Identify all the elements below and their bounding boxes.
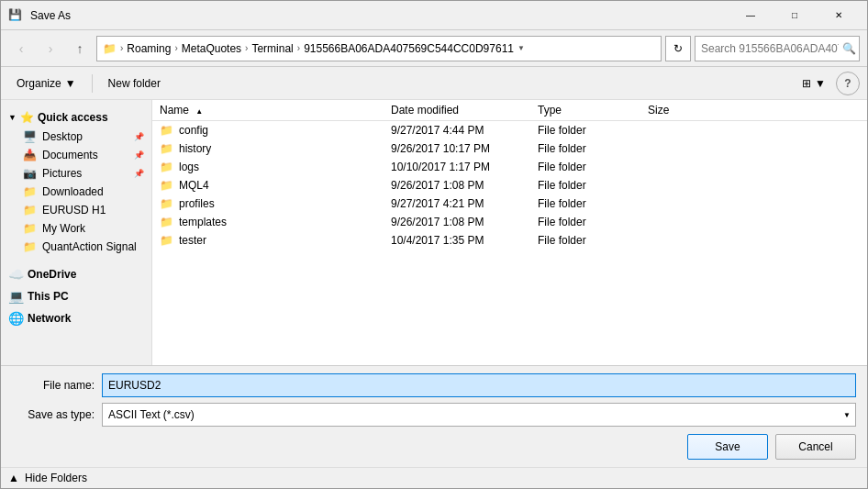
window-icon: 💾 (8, 8, 23, 23)
pin-icon-docs: 📌 (134, 150, 144, 160)
file-name-logs: 📁 logs (152, 161, 391, 173)
folder-icon-logs: 📁 (160, 161, 173, 173)
sidebar-onedrive[interactable]: ☁️ OneDrive (1, 263, 151, 285)
window-title: Save As (30, 9, 71, 22)
sidebar-quick-access-header[interactable]: ▼ ⭐ Quick access (1, 107, 151, 128)
breadcrumb-item: 📁 (103, 42, 117, 55)
folder-icon-profiles: 📁 (160, 197, 173, 210)
pin-icon-pics: 📌 (134, 169, 144, 178)
views-dropdown-icon: ▼ (815, 77, 826, 90)
cancel-button[interactable]: Cancel (775, 434, 856, 460)
folder-icon-history: 📁 (160, 142, 173, 155)
search-icon: 🔍 (842, 42, 856, 55)
search-box[interactable]: 🔍 (695, 36, 860, 61)
sidebar-item-eurusd[interactable]: 📁 EURUSD H1 (1, 201, 151, 219)
sidebar-documents-label: Documents (42, 149, 98, 161)
help-button[interactable]: ? (836, 72, 860, 95)
breadcrumb[interactable]: 📁 › Roaming › MetaQuotes › Terminal › 91… (96, 36, 662, 61)
table-row[interactable]: 📁 MQL4 9/26/2017 1:08 PM File folder (152, 176, 867, 194)
minimize-button[interactable]: — (729, 1, 772, 30)
file-name-profiles: 📁 profiles (152, 197, 391, 210)
file-name-history: 📁 history (152, 142, 391, 155)
up-button[interactable]: ↑ (67, 36, 93, 61)
sidebar-network[interactable]: 🌐 Network (1, 307, 151, 329)
sidebar: ▼ ⭐ Quick access 🖥️ Desktop 📌 📥 Document… (1, 100, 152, 365)
column-type[interactable]: Type (538, 104, 648, 117)
forward-button[interactable]: › (38, 36, 63, 61)
file-name-templates: 📁 templates (152, 216, 391, 228)
file-list: Name ▲ Date modified Type Size 📁 config (152, 100, 867, 365)
sidebar-pictures-label: Pictures (42, 167, 82, 180)
title-bar: 💾 Save As — □ ✕ (1, 1, 867, 30)
onedrive-icon: ☁️ (8, 267, 24, 282)
column-name[interactable]: Name ▲ (152, 104, 391, 117)
folder-icon-mql4: 📁 (160, 179, 173, 192)
sidebar-desktop-label: Desktop (42, 130, 83, 143)
thispc-label: This PC (28, 290, 69, 303)
breadcrumb-dropdown-arrow[interactable]: ▼ (517, 44, 525, 52)
column-date[interactable]: Date modified (391, 104, 538, 117)
close-button[interactable]: ✕ (818, 1, 860, 30)
folder-icon-templates: 📁 (160, 216, 173, 228)
breadcrumb-roaming[interactable]: Roaming (127, 42, 171, 55)
refresh-button[interactable]: ↻ (665, 36, 691, 61)
thispc-icon: 💻 (8, 289, 24, 304)
sidebar-eurusd-label: EURUSD H1 (42, 204, 106, 217)
table-row[interactable]: 📁 config 9/27/2017 4:44 PM File folder (152, 121, 867, 139)
sidebar-downloaded-label: Downloaded (42, 185, 104, 198)
breadcrumb-metaquotes[interactable]: MetaQuotes (182, 42, 241, 55)
back-button[interactable]: ‹ (8, 36, 34, 61)
quick-access-collapse-icon: ▼ (8, 113, 17, 122)
save-button[interactable]: Save (687, 434, 768, 460)
breadcrumb-terminal[interactable]: Terminal (251, 42, 293, 55)
views-icon: ⊞ (802, 77, 811, 90)
search-input[interactable] (701, 42, 839, 55)
table-row[interactable]: 📁 tester 10/4/2017 1:35 PM File folder (152, 231, 867, 250)
organize-dropdown-icon: ▼ (65, 77, 76, 90)
sidebar-item-mywork[interactable]: 📁 My Work (1, 219, 151, 238)
hide-folders-collapse-icon: ▲ (8, 472, 19, 484)
sidebar-item-documents[interactable]: 📥 Documents 📌 (1, 146, 151, 164)
hide-folders-label: Hide Folders (25, 472, 87, 484)
table-row[interactable]: 📁 logs 10/10/2017 1:17 PM File folder (152, 158, 867, 176)
table-row[interactable]: 📁 templates 9/26/2017 1:08 PM File folde… (152, 213, 867, 231)
folder-icon-tester: 📁 (160, 234, 173, 247)
folder-icon-config: 📁 (160, 124, 173, 137)
column-size[interactable]: Size (648, 104, 721, 117)
savetype-row: Save as type: ASCII Text (*.csv) ▼ (12, 403, 856, 427)
sidebar-quantaction-label: QuantAction Signal (42, 240, 137, 253)
table-row[interactable]: 📁 profiles 9/27/2017 4:21 PM File folder (152, 194, 867, 213)
eurusd-folder-icon: 📁 (23, 204, 37, 217)
file-name-tester: 📁 tester (152, 234, 391, 247)
address-bar: ‹ › ↑ 📁 › Roaming › MetaQuotes › Termina… (1, 30, 867, 67)
title-controls: — □ ✕ (729, 1, 860, 30)
sidebar-item-quantaction[interactable]: 📁 QuantAction Signal (1, 238, 151, 256)
organize-label: Organize (17, 77, 61, 90)
sidebar-thispc[interactable]: 💻 This PC (1, 285, 151, 307)
pin-icon: 📌 (134, 132, 144, 141)
sidebar-item-downloaded[interactable]: 📁 Downloaded (1, 183, 151, 201)
filename-row: File name: (12, 373, 856, 397)
quick-access-label: Quick access (38, 111, 108, 124)
network-icon: 🌐 (8, 311, 24, 326)
pictures-icon: 📷 (23, 167, 37, 180)
views-button[interactable]: ⊞ ▼ (794, 72, 834, 95)
sidebar-item-pictures[interactable]: 📷 Pictures 📌 (1, 164, 151, 183)
breadcrumb-folder-id[interactable]: 915566BA06ADA407569C544CC0D97611 (304, 42, 514, 55)
toolbar-separator (92, 74, 93, 93)
title-bar-left: 💾 Save As (8, 8, 71, 23)
hide-folders-bar[interactable]: ▲ Hide Folders (1, 467, 867, 488)
toolbar: Organize ▼ New folder ⊞ ▼ ? (1, 67, 867, 100)
savetype-select-wrapper: ASCII Text (*.csv) ▼ (102, 403, 856, 427)
new-folder-button[interactable]: New folder (100, 72, 169, 95)
filename-label: File name: (12, 379, 95, 392)
filename-input[interactable] (102, 373, 856, 397)
organize-button[interactable]: Organize ▼ (8, 72, 84, 95)
table-row[interactable]: 📁 history 9/26/2017 10:17 PM File folder (152, 139, 867, 158)
sidebar-item-desktop[interactable]: 🖥️ Desktop 📌 (1, 128, 151, 146)
quantaction-folder-icon: 📁 (23, 240, 37, 253)
maximize-button[interactable]: □ (773, 1, 816, 30)
bottom-bar: File name: Save as type: ASCII Text (*.c… (1, 365, 867, 467)
mywork-folder-icon: 📁 (23, 222, 37, 235)
savetype-select[interactable]: ASCII Text (*.csv) (102, 403, 856, 427)
